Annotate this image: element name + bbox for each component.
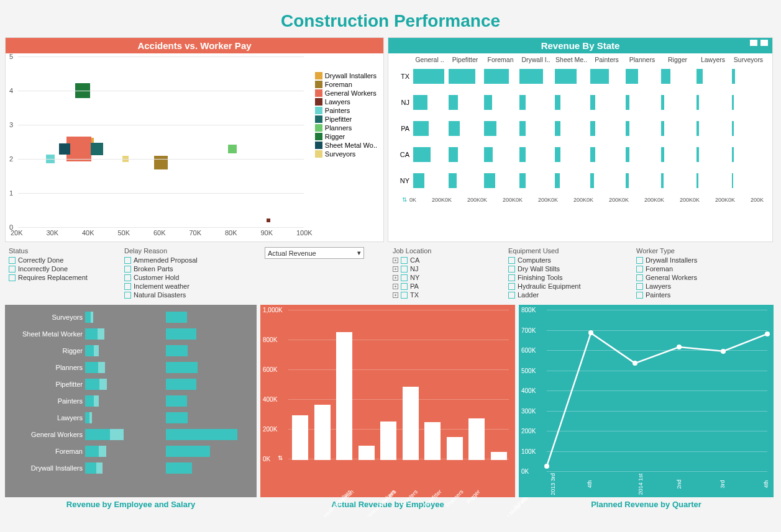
checkbox[interactable] <box>124 292 131 299</box>
state-cell[interactable] <box>695 171 731 190</box>
checkbox[interactable] <box>401 283 408 290</box>
legend-item[interactable]: Rigger <box>315 133 377 140</box>
state-cell[interactable] <box>412 93 447 112</box>
state-cell[interactable] <box>447 67 483 86</box>
checkbox[interactable] <box>124 257 131 264</box>
filter-item[interactable]: Drywall Installers <box>636 256 753 264</box>
filter-item[interactable]: Ammended Proposal <box>124 256 253 264</box>
rev-by-emp-salary-chart[interactable]: SurveyorsSheet Metal WorkerRiggerPlanner… <box>5 305 257 497</box>
vbar[interactable] <box>292 415 308 460</box>
filter-item[interactable]: Incorrectly Done <box>9 265 113 273</box>
sort-icon[interactable]: ⇅ <box>402 196 407 203</box>
vbar[interactable] <box>380 422 396 460</box>
checkbox[interactable] <box>401 274 408 281</box>
checkbox[interactable] <box>9 274 16 281</box>
state-cell[interactable] <box>554 145 589 164</box>
filter-item[interactable]: Broken Parts <box>124 265 253 273</box>
filter-item[interactable]: +CA <box>393 256 497 264</box>
vbar[interactable] <box>314 405 331 460</box>
state-cell[interactable] <box>695 67 731 86</box>
state-cell[interactable] <box>624 93 660 112</box>
filter-item[interactable]: General Workers <box>636 274 753 281</box>
state-cell[interactable] <box>518 171 554 190</box>
state-cell[interactable] <box>412 119 447 138</box>
filter-item[interactable]: Correctly Done <box>9 256 113 264</box>
checkbox[interactable] <box>124 266 131 273</box>
state-cell[interactable] <box>554 119 589 138</box>
state-cell[interactable] <box>624 145 660 164</box>
state-cell[interactable] <box>624 119 660 138</box>
checkbox[interactable] <box>636 274 643 281</box>
line-point[interactable] <box>633 361 637 366</box>
vbar[interactable] <box>336 332 352 460</box>
state-cell[interactable] <box>554 93 589 112</box>
scatter-area[interactable]: 012345 20K30K40K50K60K70K80K90K100K Dryw… <box>6 53 383 240</box>
filter-item[interactable]: +NY <box>393 274 497 281</box>
vbar[interactable] <box>403 387 419 460</box>
state-cell[interactable] <box>660 171 695 190</box>
legend-item[interactable]: Lawyers <box>315 98 377 106</box>
filter-item[interactable]: +TX <box>393 291 497 299</box>
legend-item[interactable]: Planners <box>315 124 377 132</box>
state-cell[interactable] <box>447 93 483 112</box>
checkbox[interactable] <box>508 266 515 273</box>
state-cell[interactable] <box>447 119 483 138</box>
hbar-cell[interactable] <box>166 446 247 457</box>
hbar-cell[interactable] <box>85 462 166 474</box>
legend-item[interactable]: Painters <box>315 107 377 114</box>
hbar-cell[interactable] <box>166 395 247 407</box>
checkbox[interactable] <box>9 266 16 273</box>
line-point[interactable] <box>721 349 726 354</box>
state-cell[interactable] <box>447 171 483 190</box>
state-cell[interactable] <box>518 145 554 164</box>
filter-item[interactable]: Foreman <box>636 265 753 273</box>
state-cell[interactable] <box>660 93 695 112</box>
hbar-cell[interactable] <box>166 462 247 474</box>
state-cell[interactable] <box>412 171 447 190</box>
state-cell[interactable] <box>483 145 518 164</box>
filter-item[interactable]: Natural Disasters <box>124 291 253 299</box>
checkbox[interactable] <box>124 274 131 281</box>
hbar-cell[interactable] <box>85 429 166 440</box>
vbar[interactable] <box>424 422 441 460</box>
state-cell[interactable] <box>695 119 731 138</box>
state-cell[interactable] <box>695 93 731 112</box>
state-cell[interactable] <box>554 67 589 86</box>
checkbox[interactable] <box>9 257 16 264</box>
planned-rev-chart[interactable]: 0K100K200K300K400K500K600K700K800K 2013 … <box>519 305 774 497</box>
filter-item[interactable]: Requires Replacement <box>9 274 113 281</box>
legend-item[interactable]: Foreman <box>315 81 377 88</box>
checkbox[interactable] <box>401 257 408 264</box>
hbar-cell[interactable] <box>166 412 247 423</box>
filter-item[interactable]: Inclement weather <box>124 282 253 290</box>
hbar-cell[interactable] <box>166 379 247 390</box>
filter-item[interactable]: +NJ <box>393 265 497 273</box>
vbar[interactable] <box>359 446 375 460</box>
hbar-cell[interactable] <box>85 446 166 457</box>
chart-view-icon[interactable] <box>749 39 758 47</box>
legend-item[interactable]: Drywall Installers <box>315 72 377 79</box>
state-cell[interactable] <box>483 171 518 190</box>
scatter-point[interactable] <box>228 145 237 153</box>
expand-icon[interactable]: + <box>393 258 398 263</box>
state-cell[interactable] <box>589 93 624 112</box>
actual-rev-chart[interactable]: ⇅ 0K200K400K600K800K1,000K Drywall Insta… <box>260 305 515 497</box>
state-cell[interactable] <box>518 119 554 138</box>
state-cell[interactable] <box>483 93 518 112</box>
scatter-point[interactable] <box>267 219 270 222</box>
vbar[interactable] <box>468 418 485 460</box>
hbar-cell[interactable] <box>166 429 247 440</box>
state-cell[interactable] <box>731 93 766 112</box>
filter-item[interactable]: +PA <box>393 282 497 290</box>
expand-icon[interactable] <box>760 39 769 47</box>
state-cell[interactable] <box>412 145 447 164</box>
scatter-point[interactable] <box>91 143 103 155</box>
state-cell[interactable] <box>731 119 766 138</box>
checkbox[interactable] <box>508 292 515 299</box>
filter-item[interactable]: Lawyers <box>636 282 753 290</box>
state-area[interactable]: General ..PipefitterForemanDrywall I..Sh… <box>388 53 772 240</box>
state-cell[interactable] <box>518 93 554 112</box>
legend-item[interactable]: General Workers <box>315 89 377 97</box>
revenue-select[interactable]: Actual Revenue ▾ <box>265 247 364 259</box>
hbar-cell[interactable] <box>85 312 166 323</box>
